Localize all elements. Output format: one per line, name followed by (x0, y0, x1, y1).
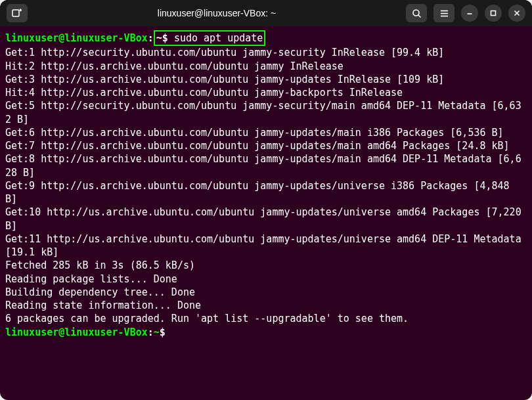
output-line: Reading state information... Done (5, 299, 527, 312)
prompt-colon: : (148, 32, 154, 44)
output-line: Get:10 http://us.archive.ubuntu.com/ubun… (5, 206, 527, 233)
output-line: Get:3 http://us.archive.ubuntu.com/ubunt… (5, 73, 527, 86)
minimize-icon (466, 9, 474, 17)
prompt-line-1: linuxuser@linuxuser-VBox:~$ sudo apt upd… (5, 30, 527, 46)
titlebar-right (406, 4, 525, 22)
titlebar: linuxuser@linuxuser-VBox: ~ (0, 0, 532, 26)
close-button[interactable] (508, 5, 525, 22)
prompt-line-2: linuxuser@linuxuser-VBox:~$ (5, 326, 527, 339)
svg-rect-9 (491, 11, 496, 16)
output-line: Get:6 http://us.archive.ubuntu.com/ubunt… (5, 126, 527, 139)
prompt-path: ~ (156, 32, 162, 44)
search-button[interactable] (406, 4, 427, 22)
maximize-icon (489, 9, 497, 17)
prompt-dollar: $ (162, 32, 168, 44)
prompt-path: ~ (154, 326, 160, 338)
prompt-colon: : (148, 326, 154, 338)
window-title: linuxuser@linuxuser-VBox: ~ (33, 8, 401, 18)
output-line: Reading package lists... Done (5, 273, 527, 286)
svg-rect-0 (12, 10, 19, 16)
output-line: Get:7 http://us.archive.ubuntu.com/ubunt… (5, 139, 527, 152)
terminal-content[interactable]: linuxuser@linuxuser-VBox:~$ sudo apt upd… (0, 26, 532, 400)
prompt-dollar: $ (160, 326, 166, 338)
svg-line-4 (418, 15, 421, 18)
output-line: Fetched 285 kB in 3s (86.5 kB/s) (5, 259, 527, 272)
svg-point-3 (413, 10, 419, 16)
output-line: Hit:2 http://us.archive.ubuntu.com/ubunt… (5, 60, 527, 73)
command-text: sudo apt update (174, 32, 263, 44)
prompt-user-host: linuxuser@linuxuser-VBox (5, 326, 148, 338)
highlighted-command-box: ~$ sudo apt update (154, 30, 266, 46)
minimize-button[interactable] (461, 5, 478, 22)
terminal-window: linuxuser@linuxuser-VBox: ~ (0, 0, 532, 400)
new-tab-icon (12, 8, 22, 18)
menu-button[interactable] (433, 4, 454, 22)
output-line: 6 packages can be upgraded. Run 'apt lis… (5, 312, 527, 325)
output-line: Get:5 http://security.ubuntu.com/ubuntu … (5, 99, 527, 126)
new-tab-button[interactable] (7, 4, 28, 22)
output-line: Building dependency tree... Done (5, 286, 527, 299)
hamburger-icon (439, 9, 449, 18)
prompt-user-host: linuxuser@linuxuser-VBox (5, 32, 148, 44)
output-line: Get:8 http://us.archive.ubuntu.com/ubunt… (5, 152, 527, 179)
close-icon (513, 9, 521, 17)
titlebar-left (7, 4, 28, 22)
output-line: Get:1 http://security.ubuntu.com/ubuntu … (5, 46, 527, 59)
output-line: Hit:4 http://us.archive.ubuntu.com/ubunt… (5, 86, 527, 99)
output-line: Get:11 http://us.archive.ubuntu.com/ubun… (5, 233, 527, 259)
search-icon (412, 9, 422, 18)
output-line: Get:9 http://us.archive.ubuntu.com/ubunt… (5, 179, 527, 206)
maximize-button[interactable] (485, 5, 502, 22)
